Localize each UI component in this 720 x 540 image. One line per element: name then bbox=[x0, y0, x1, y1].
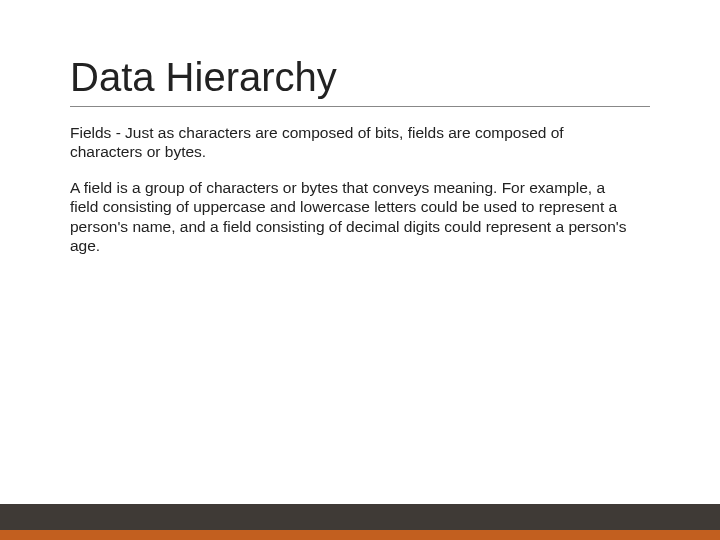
footer-bar-dark bbox=[0, 504, 720, 530]
paragraph: A field is a group of characters or byte… bbox=[70, 178, 630, 256]
slide-title: Data Hierarchy bbox=[70, 55, 650, 107]
paragraph: Fields - Just as characters are composed… bbox=[70, 123, 630, 162]
slide-body: Fields - Just as characters are composed… bbox=[70, 123, 630, 255]
footer-bar-orange bbox=[0, 530, 720, 540]
slide: Data Hierarchy Fields - Just as characte… bbox=[0, 0, 720, 540]
footer-decoration bbox=[0, 504, 720, 540]
